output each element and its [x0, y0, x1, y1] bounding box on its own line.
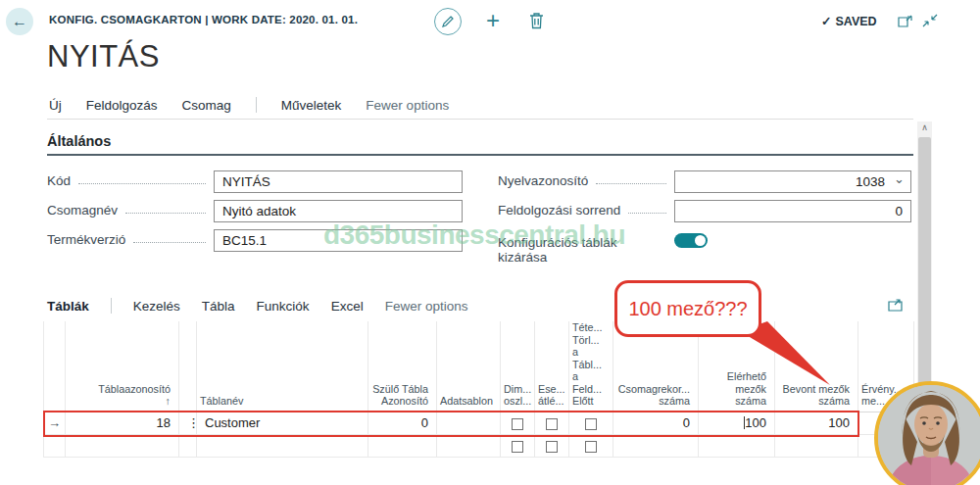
- feldolgozasi-label: Feldolgozási sorrend: [498, 203, 620, 218]
- col-tablaazonosito-header[interactable]: Táblaazonosító ↑: [66, 321, 179, 412]
- dotted-leader: [125, 213, 206, 214]
- grid-fewer-options[interactable]: Fewer options: [385, 299, 468, 314]
- checkbox[interactable]: [585, 418, 597, 430]
- open-in-window-icon: [898, 15, 912, 27]
- action-fewer-options[interactable]: Fewer options: [366, 98, 449, 113]
- save-status-label: SAVED: [835, 15, 876, 28]
- save-status: ✓ SAVED: [821, 14, 877, 28]
- dotted-leader: [78, 183, 206, 184]
- edit-button[interactable]: [434, 8, 462, 35]
- pencil-icon: [441, 15, 455, 28]
- exclude-config-tables-toggle[interactable]: [674, 233, 708, 248]
- cell-szulo-tabla[interactable]: 0: [368, 412, 437, 434]
- action-kezeles[interactable]: Kezelés: [133, 299, 180, 314]
- empty-cell: [569, 434, 613, 457]
- empty-cell[interactable]: [66, 434, 179, 457]
- nyelvazonosito-field[interactable]: [674, 170, 911, 193]
- cell-tablaazonosito[interactable]: 18: [66, 412, 179, 434]
- cell-csomagrekordok[interactable]: 0: [613, 412, 699, 434]
- col-tablanev-header[interactable]: Táblanév: [197, 321, 368, 412]
- menu-underline: [47, 119, 913, 120]
- business-central-page: ← KONFIG. CSOMAGKARTON | WORK DATE: 2020…: [0, 0, 980, 485]
- nyelvazonosito-combo[interactable]: ⌄: [674, 170, 911, 193]
- table-row-empty: [44, 434, 914, 457]
- cell-elerheto-mezok[interactable]: 100: [699, 412, 775, 434]
- empty-cell[interactable]: [775, 434, 858, 457]
- collapse-icon: [922, 14, 938, 27]
- avatar: [874, 381, 980, 485]
- checkbox[interactable]: [546, 418, 558, 430]
- checkbox[interactable]: [546, 441, 558, 453]
- action-excel[interactable]: Excel: [331, 299, 364, 314]
- checkbox[interactable]: [512, 441, 523, 453]
- general-section-rule: [47, 154, 913, 156]
- cell-elerheto-value: 100: [745, 415, 766, 430]
- plus-icon: +: [486, 7, 500, 34]
- dotted-leader: [133, 242, 206, 243]
- kod-label-row: Kód: [47, 173, 214, 188]
- collapse-window-button[interactable]: [922, 14, 938, 31]
- row-options-button[interactable]: ⋮: [179, 412, 197, 434]
- col-szulo-tabla-header[interactable]: Szülő Tábla Azonosító: [368, 321, 437, 412]
- action-menu: Új Feldolgozás Csomag Műveletek Fewer op…: [49, 97, 449, 113]
- dotted-leader: [596, 183, 666, 184]
- col-tetel-torles-header[interactable]: Téte... Törl... a Tábl... a Feld... Előt…: [569, 321, 613, 412]
- cell-ese-atle: [535, 412, 569, 434]
- grid-header-row: Táblaazonosító ↑ Táblanév Szülő Tábla Az…: [44, 321, 914, 412]
- action-process[interactable]: Feldolgozás: [86, 98, 158, 113]
- nyelvazonosito-label-row: Nyelvazonosító: [498, 173, 674, 188]
- action-new[interactable]: Új: [49, 98, 62, 113]
- row-indicator-icon: →: [48, 415, 61, 430]
- cell-adatsablon[interactable]: [437, 412, 501, 434]
- nyelvazonosito-label: Nyelvazonosító: [498, 173, 588, 188]
- kod-field[interactable]: [214, 170, 463, 193]
- delete-button[interactable]: [529, 12, 544, 33]
- table-row: → 18 ⋮ Customer 0 0 100 100: [44, 412, 914, 434]
- termekverzio-label: Termékverzió: [47, 232, 125, 247]
- action-funkciok[interactable]: Funkciók: [257, 299, 310, 314]
- termekverzio-field[interactable]: [214, 229, 463, 252]
- cell-dim-oszl: [501, 412, 535, 434]
- action-tabla[interactable]: Tábla: [202, 299, 235, 314]
- trash-icon: [529, 12, 544, 29]
- callout-annotation: 100 mező???: [614, 280, 761, 337]
- add-button[interactable]: +: [481, 6, 505, 35]
- tab-tablak[interactable]: Táblák: [47, 299, 89, 314]
- check-icon: ✓: [821, 14, 831, 28]
- csomagnev-label: Csomagnév: [47, 203, 118, 218]
- csomagnev-field[interactable]: [214, 200, 463, 222]
- termekverzio-label-row: Termékverzió: [47, 232, 214, 247]
- checkbox[interactable]: [585, 441, 597, 453]
- avatar-portrait: [878, 385, 980, 485]
- col-adatsablon-header[interactable]: Adatsablon: [437, 321, 501, 412]
- page-title: NYITÁS: [47, 39, 160, 74]
- toolbar-divider: [111, 298, 112, 314]
- action-actions[interactable]: Műveletek: [281, 98, 342, 113]
- col-dim-oszl-header[interactable]: Dim... oszl...: [501, 321, 535, 412]
- cell-tablanev[interactable]: Customer: [197, 412, 368, 434]
- back-arrow-icon: ←: [12, 13, 27, 30]
- empty-cell[interactable]: [368, 434, 437, 457]
- feldolgozasi-sorrend-field[interactable]: [674, 200, 911, 222]
- cell-bevont-mezok[interactable]: 100: [775, 412, 858, 434]
- general-section-title: Általános: [47, 133, 111, 149]
- back-button[interactable]: ←: [6, 8, 33, 35]
- action-package[interactable]: Csomag: [182, 98, 231, 113]
- grid-toolbar: Táblák Kezelés Tábla Funkciók Excel Fewe…: [47, 298, 467, 314]
- empty-cell[interactable]: [613, 434, 699, 457]
- empty-cell[interactable]: [197, 434, 368, 457]
- col-ellipsis-header: [179, 321, 197, 412]
- focus-mode-button[interactable]: [888, 298, 903, 316]
- scroll-up-icon[interactable]: ∧: [917, 122, 932, 132]
- focus-mode-icon: [888, 298, 903, 313]
- empty-cell[interactable]: [437, 434, 501, 457]
- empty-cell[interactable]: [699, 434, 775, 457]
- col-ese-atle-header[interactable]: Ese... átlé...: [535, 321, 569, 412]
- open-in-window-button[interactable]: [898, 14, 912, 31]
- empty-cell[interactable]: [179, 434, 197, 457]
- checkbox[interactable]: [512, 418, 523, 430]
- col-bevont-mezok-header[interactable]: Bevont mezők száma: [775, 321, 858, 412]
- empty-cell[interactable]: [44, 434, 66, 457]
- empty-cell: [501, 434, 535, 457]
- feldolgozasi-label-row: Feldolgozási sorrend: [498, 203, 674, 218]
